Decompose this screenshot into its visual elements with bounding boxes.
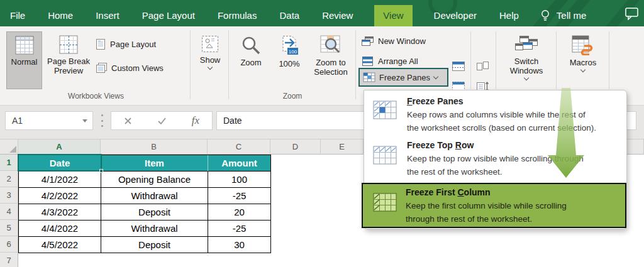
cancel-icon[interactable] bbox=[124, 117, 132, 125]
excel-window: File Home Insert Page Layout Formulas Da… bbox=[0, 0, 644, 267]
show-icon bbox=[201, 35, 219, 53]
data-table: Date Item Amount 4/1/2022 Opening Balanc… bbox=[18, 155, 271, 253]
tab-view-active[interactable]: View bbox=[374, 5, 412, 26]
view-side-by-side-icon[interactable] bbox=[475, 61, 489, 72]
page-break-preview-button[interactable]: Page Break Preview bbox=[43, 31, 94, 89]
normal-view-button[interactable]: Normal bbox=[6, 31, 42, 89]
tab-data[interactable]: Data bbox=[278, 5, 301, 26]
row-header-3[interactable]: 3 bbox=[0, 187, 18, 204]
menu-item-freeze-top-row[interactable]: Freeze Top Row Keep the top row visible … bbox=[364, 138, 626, 182]
chevron-down-icon bbox=[524, 75, 529, 80]
switch-windows-button[interactable]: Switch Windows bbox=[502, 31, 551, 92]
zoom-100-badge: 100 bbox=[289, 49, 297, 55]
page-layout-view-button[interactable]: Page Layout bbox=[96, 36, 156, 52]
freeze-panes-button-icon bbox=[363, 72, 375, 82]
freeze-panes-icon bbox=[373, 101, 397, 121]
zoom-label: Zoom bbox=[240, 58, 261, 67]
show-button[interactable]: Show bbox=[194, 31, 226, 89]
custom-views-button[interactable]: Custom Views bbox=[96, 60, 164, 75]
freeze-first-column-icon bbox=[373, 193, 397, 213]
zoom-to-selection-button[interactable]: Zoom to Selection bbox=[309, 31, 352, 89]
menu-item-freeze-first-column[interactable]: Freeze First Column Keep the first colum… bbox=[362, 183, 626, 228]
column-header-d[interactable]: D bbox=[270, 139, 321, 155]
comments-icon[interactable] bbox=[625, 8, 639, 20]
cell-c4[interactable]: 20 bbox=[208, 204, 271, 221]
formula-bar-resize-handle[interactable] bbox=[101, 114, 103, 127]
tell-me-label: Tell me bbox=[555, 5, 588, 26]
cell-b6[interactable]: Deposit bbox=[101, 237, 208, 253]
column-header-b[interactable]: B bbox=[101, 139, 208, 155]
macros-button[interactable]: Macros bbox=[564, 31, 602, 92]
tab-page-layout[interactable]: Page Layout bbox=[141, 5, 196, 26]
normal-view-label: Normal bbox=[11, 57, 38, 67]
cell-a6[interactable]: 4/5/2022 bbox=[19, 237, 101, 253]
cell-a4[interactable]: 4/3/2022 bbox=[19, 204, 101, 221]
name-box-value: A1 bbox=[12, 116, 23, 126]
column-header-c[interactable]: C bbox=[208, 139, 270, 155]
enter-icon[interactable] bbox=[157, 117, 167, 125]
row-header-7[interactable]: 7 bbox=[0, 253, 18, 267]
macros-icon bbox=[572, 35, 594, 55]
page-layout-icon bbox=[96, 38, 106, 50]
tab-review[interactable]: Review bbox=[321, 5, 354, 26]
workbook-views-group-label: Workbook Views bbox=[6, 92, 186, 101]
new-window-icon bbox=[361, 36, 374, 46]
cell-c6[interactable]: 30 bbox=[208, 237, 271, 253]
zoom-100-button[interactable]: 100 100% bbox=[270, 31, 308, 89]
tab-help[interactable]: Help bbox=[498, 5, 520, 26]
cell-a3[interactable]: 4/2/2022 bbox=[19, 188, 101, 204]
cell-c1[interactable]: Amount bbox=[208, 155, 271, 172]
name-box[interactable]: A1 bbox=[5, 111, 93, 130]
cell-b3[interactable]: Withdrawal bbox=[101, 188, 208, 204]
column-header-a[interactable]: A bbox=[18, 139, 101, 155]
page-break-preview-label: Page Break Preview bbox=[43, 57, 94, 75]
formula-controls: fx bbox=[111, 111, 213, 130]
new-window-button[interactable]: New Window bbox=[361, 34, 426, 48]
tell-me-control[interactable]: Tell me bbox=[540, 5, 588, 26]
cell-c2[interactable]: 100 bbox=[208, 172, 271, 188]
cell-b5[interactable]: Withdrawal bbox=[101, 221, 208, 237]
tab-insert[interactable]: Insert bbox=[94, 5, 121, 26]
freeze-panes-title: Freeze Panes bbox=[407, 96, 620, 106]
freeze-panes-dropdown: Freeze Panes Keep rows and columns visib… bbox=[364, 90, 627, 229]
zoom-100-icon: 100 bbox=[279, 35, 299, 57]
split-icon[interactable] bbox=[452, 61, 465, 72]
new-window-label: New Window bbox=[378, 36, 426, 46]
show-label: Show bbox=[200, 55, 221, 65]
row-header-6[interactable]: 6 bbox=[0, 236, 18, 253]
formula-input-value: Date bbox=[223, 116, 242, 126]
tab-home[interactable]: Home bbox=[47, 5, 74, 26]
insert-function-icon[interactable]: fx bbox=[192, 114, 199, 127]
cell-a2[interactable]: 4/1/2022 bbox=[19, 172, 101, 188]
page-layout-view-label: Page Layout bbox=[110, 40, 156, 49]
freeze-panes-button-label: Freeze Panes bbox=[379, 73, 430, 82]
row-header-4[interactable]: 4 bbox=[0, 204, 18, 220]
name-box-dropdown-icon[interactable] bbox=[82, 119, 87, 123]
freeze-panes-button[interactable]: Freeze Panes bbox=[358, 68, 448, 87]
cell-a5[interactable]: 4/4/2022 bbox=[19, 221, 101, 237]
cell-a1[interactable]: Date bbox=[19, 155, 101, 172]
freeze-top-row-description: Keep the top row visible while scrolling… bbox=[407, 152, 620, 178]
tab-file[interactable]: File bbox=[9, 5, 26, 26]
chevron-down-icon bbox=[433, 74, 438, 79]
cell-c3[interactable]: -25 bbox=[208, 188, 271, 204]
arrange-all-button[interactable]: Arrange All bbox=[361, 54, 418, 68]
tab-developer[interactable]: Developer bbox=[433, 5, 478, 26]
ribbon-tab-bar: File Home Insert Page Layout Formulas Da… bbox=[0, 0, 644, 26]
row-header-1[interactable]: 1 bbox=[0, 155, 18, 171]
column-header-e[interactable]: E bbox=[321, 139, 364, 155]
cell-b1[interactable]: Item bbox=[101, 155, 208, 172]
menu-item-freeze-panes[interactable]: Freeze Panes Keep rows and columns visib… bbox=[364, 93, 626, 139]
page-break-preview-icon bbox=[59, 35, 78, 54]
freeze-top-row-title: Freeze Top Row bbox=[407, 140, 620, 150]
chevron-down-icon bbox=[208, 65, 213, 70]
row-header-2[interactable]: 2 bbox=[0, 171, 18, 187]
row-header-5[interactable]: 5 bbox=[0, 220, 18, 236]
cell-b4[interactable]: Deposit bbox=[101, 204, 208, 221]
cell-c5[interactable]: -25 bbox=[208, 221, 271, 237]
switch-windows-icon bbox=[514, 35, 538, 54]
cell-b2[interactable]: Opening Balance bbox=[101, 172, 208, 188]
zoom-button[interactable]: Zoom bbox=[233, 31, 269, 89]
tab-formulas[interactable]: Formulas bbox=[216, 5, 258, 26]
select-all-corner[interactable] bbox=[0, 139, 18, 155]
